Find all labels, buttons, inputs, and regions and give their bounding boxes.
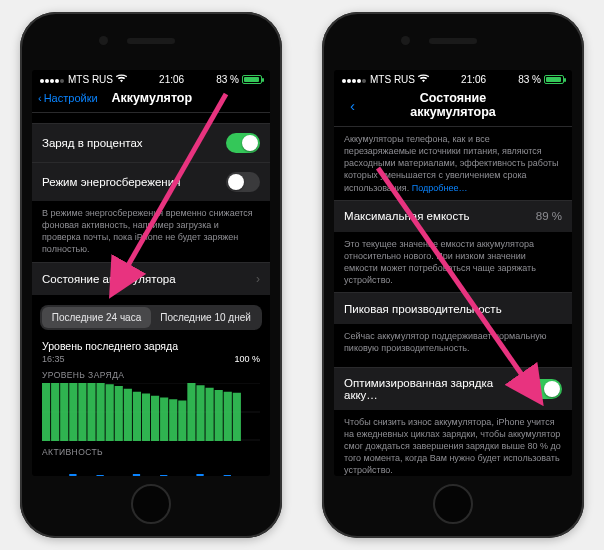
navbar: ‹ Настройки Аккумулятор xyxy=(32,87,270,113)
segmented-control[interactable]: Последние 24 часа Последние 10 дней xyxy=(40,305,262,330)
signal-icon xyxy=(40,74,65,85)
status-bar: MTS RUS 21:06 83 % xyxy=(334,70,572,87)
max-capacity-note: Это текущее значение емкости аккумулятор… xyxy=(334,232,572,293)
toggle-optimized-charging[interactable] xyxy=(528,379,562,399)
svg-rect-24 xyxy=(224,475,231,476)
clock-label: 21:06 xyxy=(461,74,486,85)
optimized-note: Чтобы снизить износ аккумулятора, iPhone… xyxy=(334,410,572,476)
seg-last-10d[interactable]: Последние 10 дней xyxy=(151,307,260,328)
row-label: Пиковая производительность xyxy=(344,303,502,315)
svg-rect-14 xyxy=(133,474,140,476)
row-max-capacity[interactable]: Максимальная емкость 89 % xyxy=(334,200,572,232)
status-bar: MTS RUS 21:06 83 % xyxy=(32,70,270,87)
svg-rect-17 xyxy=(160,475,167,476)
row-battery-percent[interactable]: Заряд в процентах xyxy=(32,123,270,162)
row-label: Состояние аккумулятора xyxy=(42,273,176,285)
camera xyxy=(99,36,108,45)
last-charge-pct: 100 % xyxy=(234,354,260,364)
speaker xyxy=(127,38,175,44)
peak-note: Сейчас аккумулятор поддерживает нормальн… xyxy=(334,324,572,360)
navbar: ‹ Состояние аккумулятора xyxy=(334,87,572,127)
screen-battery-health: MTS RUS 21:06 83 % ‹ Состояние аккумулят… xyxy=(334,70,572,476)
battery-icon xyxy=(544,75,564,84)
chevron-left-icon: ‹ xyxy=(38,92,42,104)
signal-icon xyxy=(342,74,367,85)
speaker xyxy=(429,38,477,44)
page-title: Аккумулятор xyxy=(102,91,202,105)
toggle-battery-percent[interactable] xyxy=(226,133,260,153)
footer-note: В режиме энергосбережения временно снижа… xyxy=(32,201,270,262)
last-charge-time: 16:35 xyxy=(42,354,65,364)
phone-right: MTS RUS 21:06 83 % ‹ Состояние аккумулят… xyxy=(322,12,584,538)
home-button[interactable] xyxy=(131,484,171,524)
last-charge-block: Уровень последнего заряда 16:35 100 % УР… xyxy=(32,336,270,476)
last-charge-title: Уровень последнего заряда xyxy=(42,340,260,352)
row-optimized-charging[interactable]: Оптимизированная зарядка акку… xyxy=(334,367,572,410)
battery-level-chart xyxy=(42,383,260,441)
seg-last-24h[interactable]: Последние 24 часа xyxy=(42,307,151,328)
wifi-icon xyxy=(116,74,127,85)
row-label: Режим энергосбережения xyxy=(42,176,180,188)
row-battery-health[interactable]: Состояние аккумулятора › xyxy=(32,262,270,295)
svg-rect-21 xyxy=(196,474,203,476)
camera xyxy=(401,36,410,45)
content[interactable]: Аккумуляторы телефона, как и все перезар… xyxy=(334,127,572,476)
intro-note: Аккумуляторы телефона, как и все перезар… xyxy=(334,127,572,200)
max-capacity-value: 89 % xyxy=(536,210,562,222)
screen-battery: MTS RUS 21:06 83 % ‹ Настройки Аккумулят… xyxy=(32,70,270,476)
learn-more-link[interactable]: Подробнее… xyxy=(412,183,468,193)
activity-section-label: АКТИВНОСТЬ xyxy=(42,447,260,457)
row-peak-performance[interactable]: Пиковая производительность xyxy=(334,292,572,324)
row-label: Заряд в процентах xyxy=(42,137,143,149)
page-title: Состояние аккумулятора xyxy=(410,91,496,119)
wifi-icon xyxy=(418,74,429,85)
activity-chart xyxy=(42,460,260,476)
chevron-right-icon: › xyxy=(256,272,260,286)
back-button[interactable]: ‹ Настройки xyxy=(38,92,98,104)
phone-left: MTS RUS 21:06 83 % ‹ Настройки Аккумулят… xyxy=(20,12,282,538)
svg-rect-7 xyxy=(69,474,76,476)
battery-pct-label: 83 % xyxy=(216,74,239,85)
clock-label: 21:06 xyxy=(159,74,184,85)
carrier-label: MTS RUS xyxy=(370,74,415,85)
chart-section-label: УРОВЕНЬ ЗАРЯДА xyxy=(42,370,260,380)
row-label: Максимальная емкость xyxy=(344,210,469,222)
battery-pct-label: 83 % xyxy=(518,74,541,85)
carrier-label: MTS RUS xyxy=(68,74,113,85)
row-label: Оптимизированная зарядка акку… xyxy=(344,377,528,401)
row-low-power-mode[interactable]: Режим энергосбережения xyxy=(32,162,270,201)
toggle-low-power[interactable] xyxy=(226,172,260,192)
battery-icon xyxy=(242,75,262,84)
svg-rect-10 xyxy=(97,475,104,476)
content[interactable]: Заряд в процентах Режим энергосбережения… xyxy=(32,113,270,476)
back-button[interactable]: ‹ xyxy=(350,97,355,114)
home-button[interactable] xyxy=(433,484,473,524)
back-label: Настройки xyxy=(44,92,98,104)
